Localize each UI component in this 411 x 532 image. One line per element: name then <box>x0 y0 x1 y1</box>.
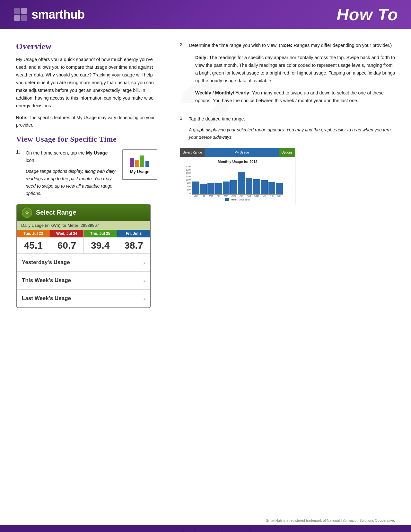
svg-rect-1 <box>21 8 27 14</box>
step-2-note-bold: Note: <box>280 43 292 48</box>
x-label-july: July <box>238 195 245 197</box>
sr-title: Select Range <box>36 209 76 216</box>
x-label-dec: Dec <box>276 195 283 197</box>
bar-orange <box>135 160 139 167</box>
daily-text: The readings for a specific day appear h… <box>195 55 395 83</box>
view-usage-title: View Usage for Specific Time <box>16 135 161 144</box>
day-value-thu: 39.4 <box>84 237 117 253</box>
x-label-mar: Mar <box>207 195 214 197</box>
svg-rect-2 <box>14 15 20 21</box>
page-header: smarthub How To <box>0 0 411 29</box>
mus-options-btn: Options <box>279 148 295 157</box>
x-label-may: May <box>223 195 230 197</box>
weekly-title: Weekly / Monthly/ Yearly: <box>195 90 251 95</box>
right-step-2: 2. Determine the time range you wish to … <box>180 42 395 109</box>
step-3-body: Tap the desired time range. A graph disp… <box>189 115 395 141</box>
x-label-apr: Apr <box>215 195 222 197</box>
day-value-fri: 38.7 <box>117 237 150 253</box>
gear-icon: ⚙ <box>22 208 32 218</box>
daily-readings-row: Tue, Jul 23 45.1 Wed, Jul 24 60.7 Thu, J… <box>17 230 150 254</box>
sr-subtitle: Daily Usage (in kWh) for Meter: 29989867 <box>17 221 150 230</box>
mus-select-range-btn: Select Range <box>180 148 205 157</box>
overview-title: Overview <box>16 42 161 51</box>
day-value-wed: 60.7 <box>50 237 83 253</box>
page-footer: The Center of Customer Engagement 1 of 2 <box>0 525 411 532</box>
step-1-text-post: icon. <box>26 158 36 163</box>
step-3-text: Tap the desired time range. <box>189 116 245 121</box>
bar-july <box>238 172 245 194</box>
right-step-3: 3. Tap the desired time range. A graph d… <box>180 115 395 141</box>
mus-header: Select Range My Usage Options <box>180 148 295 157</box>
daily-option: Daily: The readings for a specific day a… <box>195 54 395 85</box>
bar-green <box>140 155 144 167</box>
day-cell-thu: Thu, Jul 25 39.4 <box>84 230 117 253</box>
legend-color <box>225 198 229 201</box>
my-usage-icon-box: My Usage <box>122 149 157 180</box>
x-label-feb: Feb <box>200 195 207 197</box>
logo-area: smarthub <box>13 7 84 22</box>
x-label-nov: Nov <box>268 195 275 197</box>
x-label-june: June <box>230 195 237 197</box>
day-cell-fri: Fri, Jul 2 38.7 <box>117 230 150 253</box>
sr-header: ⚙ Select Range <box>17 204 150 221</box>
bar-sept <box>253 179 260 194</box>
step-2-text-post: Ranges may differ depending on your prov… <box>292 43 392 48</box>
logo-icon <box>13 7 28 22</box>
logo-text: smarthub <box>31 8 84 22</box>
bar-dec <box>276 183 283 194</box>
day-cell-tue: Tue, Jul 23 45.1 <box>17 230 50 253</box>
right-steps: 2. Determine the time range you wish to … <box>177 42 395 205</box>
step-1-number: 1. <box>16 149 22 155</box>
overview-note: Note: The specific features of My Usage … <box>16 114 161 129</box>
left-column: Overview My Usage offers you a quick sna… <box>16 42 170 504</box>
mus-bar-chart: 1000 1200 1400 1600 1800 200 400 600 0 <box>183 165 293 194</box>
this-week-arrow-icon: › <box>143 277 145 284</box>
day-value-tue: 45.1 <box>17 237 50 253</box>
trademark-text: SmartHub is a registered trademark of Na… <box>0 517 411 525</box>
mus-chart-title: Monthly Usage for 2012 <box>183 160 293 164</box>
last-week-usage-label: Last Week's Usage <box>22 295 71 302</box>
mus-my-usage-label: My Usage <box>205 148 279 157</box>
right-column: 2. Determine the time range you wish to … <box>170 42 395 504</box>
note-text: The specific features of My Usage may va… <box>16 115 155 127</box>
step-1: 1. My Usage On the home screen, tap the <box>16 149 161 197</box>
bar-nov <box>268 182 275 194</box>
mus-legend: Meter: 29989867 <box>183 197 293 202</box>
step-2-body: Determine the time range you wish to vie… <box>189 42 395 109</box>
yesterday-arrow-icon: › <box>143 259 145 266</box>
mus-x-labels: Jan Feb Mar Apr May June July Aug Sept O… <box>183 195 293 197</box>
this-week-usage-label: This Week's Usage <box>22 277 71 284</box>
x-label-oct: Oct <box>261 195 268 197</box>
select-range-widget: ⚙ Select Range Daily Usage (in kWh) for … <box>16 204 151 308</box>
day-header-wed: Wed, Jul 24 <box>50 230 83 237</box>
yesterday-usage-label: Yesterday's Usage <box>22 259 70 266</box>
main-content: ? Overview My Usage offers you a quick s… <box>0 29 411 517</box>
bar-aug <box>246 178 253 194</box>
overview-body: My Usage offers you a quick snapshot of … <box>16 56 161 110</box>
last-week-arrow-icon: › <box>143 295 145 302</box>
bar-blue <box>145 161 149 167</box>
last-week-usage-item[interactable]: Last Week's Usage › <box>17 290 150 307</box>
view-usage-section: View Usage for Specific Time 1. My Usage <box>16 135 161 308</box>
legend-label: Meter: 29989867 <box>231 198 250 201</box>
day-header-fri: Fri, Jul 2 <box>117 230 150 237</box>
step-1-content: My Usage On the home screen, tap the My … <box>26 149 157 197</box>
step-1-text-pre: On the home screen, tap the <box>26 150 86 155</box>
daily-title: Daily: <box>195 55 208 60</box>
svg-rect-3 <box>21 15 27 21</box>
svg-rect-0 <box>14 8 20 14</box>
bar-purple <box>130 158 134 167</box>
overview-section: Overview My Usage offers you a quick sna… <box>16 42 161 129</box>
bar-apr <box>215 183 222 194</box>
my-usage-icon-label: My Usage <box>128 169 152 175</box>
this-week-usage-item[interactable]: This Week's Usage › <box>17 272 150 290</box>
x-label-aug: Aug <box>246 195 253 197</box>
mus-chart-area: Monthly Usage for 2012 1000 1200 1400 16… <box>180 157 295 205</box>
bar-may <box>223 182 230 194</box>
page-title: How To <box>337 5 398 24</box>
yesterday-usage-item[interactable]: Yesterday's Usage › <box>17 254 150 272</box>
bar-mar <box>207 183 214 194</box>
day-cell-wed: Wed, Jul 24 60.7 <box>50 230 83 253</box>
weekly-option: Weekly / Monthly/ Yearly: You many need … <box>195 89 395 105</box>
day-header-tue: Tue, Jul 23 <box>17 230 50 237</box>
